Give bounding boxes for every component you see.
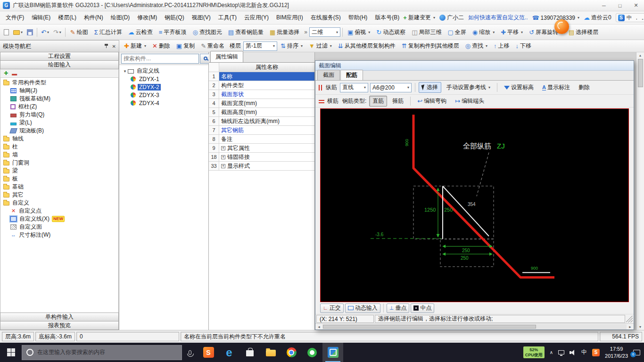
edit-hook-button[interactable]: ↩ 编辑弯钩	[414, 96, 450, 107]
menu-item[interactable]: 版本号(B)	[371, 12, 403, 24]
scrollbar-thumb[interactable]	[638, 59, 643, 87]
minimize-button[interactable]: ─	[596, 0, 612, 11]
toolbar-button[interactable]: ↑上移	[491, 40, 512, 52]
resize-grip[interactable]	[626, 316, 633, 322]
nav-tree-item[interactable]: 轴网(J)	[0, 87, 118, 95]
nav-tree-item[interactable]: 基础	[0, 183, 118, 191]
pin-icon[interactable]	[104, 44, 108, 49]
scroll-down-icon[interactable]: ▼	[639, 325, 642, 329]
toolbar-button[interactable]: ≡平齐板顶	[156, 26, 190, 39]
maximize-button[interactable]: □	[612, 0, 628, 11]
toolbar-button[interactable]: ▣俯视▾	[345, 26, 373, 39]
expand-all-icon[interactable]: ✚	[4, 70, 8, 76]
tab-section[interactable]: 截面	[317, 70, 340, 80]
taskbar-app-chrome[interactable]	[281, 343, 302, 362]
project-settings-button[interactable]: 工程设置	[0, 52, 119, 61]
property-row[interactable]: 5截面高度(mm)	[209, 108, 314, 117]
cost-cloud-button[interactable]: ☁ 造价云0	[584, 14, 611, 22]
nav-tree-item[interactable]: 自定义	[0, 199, 118, 207]
nav-tree-item[interactable]: 梁	[0, 167, 118, 175]
component-item[interactable]: ZDYX-1	[120, 75, 207, 83]
select-tool-button[interactable]: 选择	[419, 82, 441, 93]
taskbar-app-green-browser[interactable]	[302, 343, 322, 362]
manual-reference-button[interactable]: 手动设置参考线▾	[443, 82, 494, 93]
toolbar-button[interactable]: Σ汇总计算	[91, 26, 125, 39]
toolbar-overflow-icon[interactable]: »	[303, 29, 309, 35]
notification-center-icon[interactable]: 6	[633, 350, 640, 355]
set-elevation-button[interactable]: 设置标高	[501, 82, 537, 93]
ime-period[interactable]: 。	[641, 14, 644, 21]
taskbar-search[interactable]: 在这里输入你要搜索的内容	[22, 345, 182, 360]
assistant-button[interactable]: 广小二	[439, 14, 464, 22]
undo-button[interactable]: ↶▾	[39, 27, 51, 38]
component-item[interactable]: ZDYX-3	[120, 91, 207, 99]
property-row[interactable]: 8备注	[209, 135, 314, 144]
taskbar-app-store[interactable]	[239, 343, 260, 362]
section-canvas[interactable]: 1250 250 354 250 250 -3.6 900 900 全部纵筋 Z…	[320, 108, 629, 302]
dim-text[interactable]: 354	[468, 202, 476, 207]
component-item[interactable]: ZDYX-2	[120, 83, 207, 91]
tab-rebar[interactable]: 配筋	[340, 70, 363, 80]
toolbar-button[interactable]: ◎查找图元	[190, 26, 224, 39]
toolbar-button[interactable]: ◎查找▾	[462, 40, 490, 52]
perpendicular-snap-button[interactable]: ⊥ 垂点	[387, 304, 410, 313]
toolbar-button[interactable]: ◫局部三维	[409, 26, 444, 39]
start-button[interactable]	[0, 343, 22, 362]
toolbar-button[interactable]: ✚新建▾	[121, 40, 149, 52]
rebar-annotation[interactable]: 全部纵筋	[463, 142, 491, 150]
collapse-all-icon[interactable]: ▬	[12, 71, 17, 76]
menu-item[interactable]: 视图(V)	[188, 12, 215, 24]
property-row[interactable]: 6轴线距左边线距离(mm)	[209, 117, 314, 126]
rebar-spec-select[interactable]: A6@200▾	[370, 83, 412, 92]
floor-select[interactable]: 第-1层▾	[243, 41, 277, 51]
nav-tree-item[interactable]: ✕自定义点	[0, 207, 118, 215]
redo-button[interactable]: ↷▾	[51, 27, 63, 38]
stirrup-button[interactable]: 箍筋	[389, 96, 407, 107]
dim-text[interactable]: 250	[462, 248, 470, 253]
toolbar-button[interactable]: ✕删除	[149, 40, 173, 52]
dim-text[interactable]: 1250	[424, 207, 436, 213]
toolbar-button[interactable]: ▤选择楼层	[566, 26, 601, 39]
drawing-input-button[interactable]: 绘图输入	[0, 60, 119, 69]
edit-end-button[interactable]: ↦ 编辑端头	[452, 96, 487, 107]
toolbar-button[interactable]: ▼过滤▾	[306, 40, 335, 52]
ime-lang-indicator[interactable]: 中	[626, 14, 632, 21]
property-row[interactable]: 18+锚固搭接	[209, 153, 314, 162]
view-mode-select[interactable]: 二维▾	[309, 27, 340, 37]
nav-tree-item[interactable]: 现浇板(B)	[0, 127, 118, 135]
nav-tree-item[interactable]: 其它	[0, 191, 118, 199]
elevation-text[interactable]: -3.6	[375, 232, 384, 237]
open-button[interactable]: ▾	[11, 27, 25, 37]
menu-item[interactable]: 钢筋(Q)	[161, 12, 188, 24]
network-icon[interactable]	[558, 350, 564, 354]
menu-item[interactable]: BIM应用(I)	[272, 12, 307, 24]
menu-item[interactable]: 文件(F)	[2, 12, 28, 24]
nav-tree-item[interactable]: 常用构件类型	[0, 79, 118, 87]
rebar-annotation-code[interactable]: ZJ	[497, 142, 505, 150]
taskbar-app-ggj[interactable]	[322, 343, 343, 362]
close-button[interactable]: ✕	[628, 0, 644, 11]
volume-icon[interactable]	[570, 350, 576, 355]
menu-item[interactable]: 编辑(E)	[28, 12, 54, 24]
toolbar-button[interactable]: ▤查看钢筋量	[225, 26, 266, 39]
toolbar-button[interactable]: ▢全屏	[445, 26, 469, 39]
delete-rebar-button[interactable]: 删除	[575, 82, 593, 93]
menu-item[interactable]: 绘图(D)	[107, 12, 134, 24]
taskbar-clock[interactable]: 17:59 2017/6/23	[605, 346, 628, 359]
menu-item[interactable]: 构件(N)	[80, 12, 107, 24]
menu-item[interactable]: 帮助(H)	[345, 12, 372, 24]
toolbar-button[interactable]: ⇊从其他楼层复制构件	[335, 40, 398, 52]
property-row[interactable]: 9+其它属性	[209, 144, 314, 153]
nav-tree-item[interactable]: 自定义线(X)NEW	[0, 215, 118, 223]
nav-tree-item[interactable]: 柱	[0, 143, 118, 151]
nav-tree-item[interactable]: 自定义面	[0, 223, 118, 231]
cpu-usage-widget[interactable]: 52% CPU使用	[523, 346, 545, 359]
toolbar-button[interactable]: ▦批量选择	[267, 26, 302, 39]
property-row[interactable]: 1名称	[209, 72, 314, 81]
tab-property-edit[interactable]: 属性编辑	[210, 51, 243, 62]
input-language-indicator[interactable]: 中	[581, 348, 587, 356]
nav-tree-item[interactable]: 框柱(Z)	[0, 103, 118, 111]
scrollbar-thumb[interactable]	[323, 325, 536, 329]
dynamic-input-button[interactable]: 动态输入	[345, 304, 380, 313]
toolbar-button[interactable]: ↻动态观察	[373, 26, 408, 39]
